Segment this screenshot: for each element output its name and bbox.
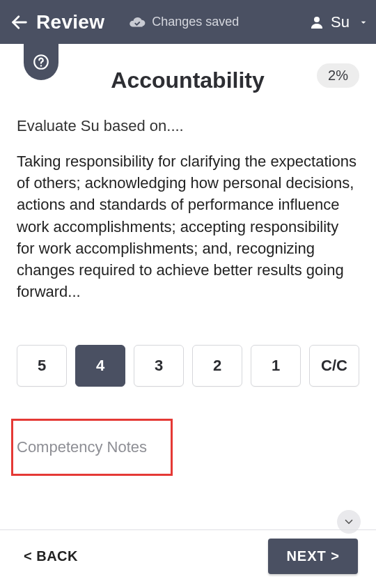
user-icon: [308, 14, 325, 31]
user-menu[interactable]: Su: [308, 13, 369, 31]
rating-option-1[interactable]: 1: [251, 345, 301, 387]
save-status: Changes saved: [128, 13, 239, 31]
rating-option-5[interactable]: 5: [17, 345, 67, 387]
footer: < BACK NEXT >: [0, 529, 376, 588]
help-button[interactable]: [24, 44, 58, 80]
appbar: Review Changes saved Su: [0, 0, 376, 44]
progress-badge: 2%: [317, 63, 359, 88]
rating-option-2[interactable]: 2: [192, 345, 242, 387]
rating-option-4[interactable]: 4: [75, 345, 125, 387]
competency-description: Taking responsibility for clarifying the…: [17, 150, 359, 303]
rating-option-cc[interactable]: C/C: [309, 345, 359, 387]
chevron-down-icon: [343, 516, 355, 528]
back-button[interactable]: < BACK: [24, 548, 78, 564]
next-button[interactable]: NEXT >: [268, 539, 358, 574]
competency-title: Accountability: [58, 68, 317, 93]
svg-point-1: [314, 17, 320, 22]
competency-notes-input[interactable]: [17, 434, 359, 466]
evaluation-prompt: Evaluate Su based on....: [17, 117, 359, 135]
svg-point-3: [40, 65, 42, 66]
user-name: Su: [331, 13, 350, 31]
rating-option-3[interactable]: 3: [134, 345, 184, 387]
back-arrow-icon[interactable]: [10, 13, 29, 32]
notes-section: [17, 434, 359, 466]
caret-down-icon: [358, 17, 369, 28]
rating-group: 54321C/C: [17, 345, 359, 387]
cloud-check-icon: [128, 13, 146, 31]
page-title: Review: [36, 11, 104, 33]
main-content: Accountability 2% Evaluate Su based on..…: [0, 63, 376, 466]
save-status-text: Changes saved: [152, 15, 239, 29]
help-icon: [32, 53, 50, 71]
